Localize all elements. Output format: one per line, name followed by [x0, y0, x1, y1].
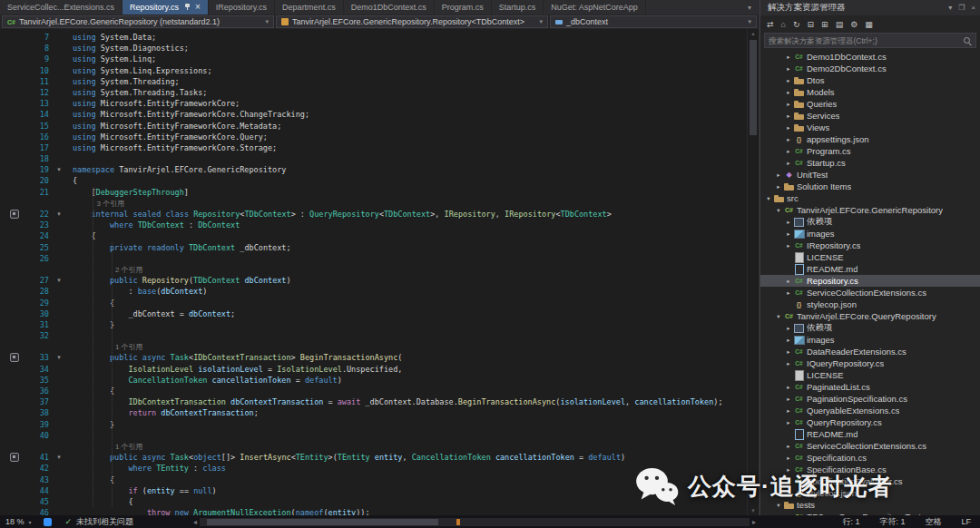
tree-item[interactable]: ▸{}appsettings.json	[760, 133, 980, 145]
tree-item[interactable]: ▸C#IRepository.cs	[760, 240, 980, 251]
chevron-collapsed-icon[interactable]: ▸	[784, 230, 793, 238]
horizontal-scrollbar[interactable]: ◂ ▸	[191, 516, 759, 527]
margin-icon[interactable]	[0, 452, 25, 463]
tab-repository-cs[interactable]: Repository.cs×	[122, 0, 209, 15]
search-input[interactable]	[765, 36, 962, 45]
tree-item[interactable]: ▸◆UnitTest	[760, 169, 980, 181]
chevron-collapsed-icon[interactable]: ▸	[784, 219, 793, 226]
scroll-up-icon[interactable]: ▴	[748, 29, 759, 38]
sync-with-active-document-icon[interactable]: ⇄	[767, 20, 774, 29]
fold-icon[interactable]: ▾	[53, 164, 65, 175]
code-editor[interactable]: 7using System.Data;8using System.Diagnos…	[0, 29, 747, 515]
tree-item[interactable]: ▸Dtos	[760, 74, 980, 86]
fold-icon[interactable]: ▾	[53, 209, 65, 220]
tree-item[interactable]: ▸依赖项	[760, 322, 980, 334]
tree-item[interactable]: ▸C#ServiceCollectionExtensions.cs	[760, 287, 980, 298]
tree-item[interactable]: ▸C#PaginationSpecification.cs	[760, 393, 980, 405]
document-list-icon[interactable]: ▾	[748, 4, 751, 12]
chevron-expanded-icon[interactable]: ▾	[774, 207, 783, 214]
chevron-collapsed-icon[interactable]: ▸	[784, 443, 793, 450]
scroll-left-icon[interactable]: ◂	[191, 518, 200, 526]
tree-item[interactable]: ▸依赖项	[760, 216, 980, 228]
tab-startup-cs[interactable]: Startup.cs	[492, 0, 544, 15]
margin-icon[interactable]	[0, 352, 25, 363]
tree-item[interactable]: ▾src	[760, 192, 980, 204]
margin-icon[interactable]	[0, 209, 25, 220]
chevron-collapsed-icon[interactable]: ▸	[784, 54, 793, 61]
tree-item[interactable]: ▸images	[760, 334, 980, 346]
chevron-collapsed-icon[interactable]: ▸	[784, 289, 793, 297]
indent-indicator[interactable]: 空格	[925, 516, 941, 528]
chevron-collapsed-icon[interactable]: ▸	[784, 112, 793, 120]
options-chevron-icon[interactable]: ▾	[948, 4, 952, 12]
search-icon[interactable]	[962, 35, 973, 46]
vertical-scrollbar[interactable]: ▴ ▾	[747, 29, 759, 515]
properties-icon[interactable]: ⚙	[850, 20, 858, 29]
tree-item[interactable]: ▸C#Startup.cs	[760, 157, 980, 169]
chevron-collapsed-icon[interactable]: ▸	[784, 242, 793, 249]
close-icon[interactable]: ×	[195, 3, 201, 12]
chevron-collapsed-icon[interactable]: ▸	[784, 348, 793, 356]
tab-nuget-aspnetcoreapp[interactable]: NuGet: AspNetCoreApp	[544, 0, 646, 15]
tree-item[interactable]: ▸C#PaginatedList.cs	[760, 381, 980, 393]
tree-item[interactable]: ▸Models	[760, 86, 980, 98]
tree-item[interactable]: ▸C#IQueryRepository.cs	[760, 357, 980, 369]
chevron-collapsed-icon[interactable]: ▸	[774, 183, 783, 191]
tree-item[interactable]: ▸C#ServiceCollectionExtensions.cs	[760, 440, 980, 452]
scrollbar-thumb[interactable]	[750, 40, 757, 135]
chevron-expanded-icon[interactable]: ▾	[764, 195, 773, 202]
tree-item[interactable]: ▸C#Demo2DbContext.cs	[760, 63, 980, 74]
project-dropdown[interactable]: C# TanvirArjel.EFCore.GenericRepository …	[2, 15, 274, 28]
chevron-collapsed-icon[interactable]: ▸	[784, 396, 793, 403]
column-indicator[interactable]: 字符: 1	[879, 516, 905, 528]
tree-item[interactable]: ▸C#Program.cs	[760, 145, 980, 157]
chevron-collapsed-icon[interactable]: ▸	[784, 89, 793, 96]
feedback-icon[interactable]	[44, 518, 52, 526]
chevron-expanded-icon[interactable]: ▾	[774, 313, 783, 320]
chevron-collapsed-icon[interactable]: ▸	[784, 101, 793, 108]
preview-icon[interactable]: ▦	[865, 20, 873, 29]
collapse-all-icon[interactable]: ⊞	[821, 20, 828, 29]
scrollbar-thumb[interactable]	[207, 519, 438, 525]
tree-item[interactable]: ▸Views	[760, 122, 980, 133]
refresh-icon[interactable]: ↻	[793, 20, 800, 29]
tree-item[interactable]: ▸Queries	[760, 98, 980, 110]
nest-files-icon[interactable]: ⊟	[808, 20, 815, 29]
chevron-collapsed-icon[interactable]: ▸	[784, 77, 793, 84]
tab-demo1dbcontext-cs[interactable]: Demo1DbContext.cs	[344, 0, 435, 15]
tree-item[interactable]: ▸C#QueryRepository.cs	[760, 416, 980, 428]
tab-program-cs[interactable]: Program.cs	[435, 0, 492, 15]
fold-icon[interactable]: ▾	[53, 352, 65, 363]
chevron-collapsed-icon[interactable]: ▸	[784, 360, 793, 367]
chevron-collapsed-icon[interactable]: ▸	[784, 124, 793, 132]
close-panel-icon[interactable]: ×	[971, 4, 975, 12]
tab-department-cs[interactable]: Department.cs	[275, 0, 344, 15]
tree-item[interactable]: ▸C#QueryableExtensions.cs	[760, 405, 980, 416]
scrollbar-track[interactable]	[200, 518, 750, 526]
tree-item[interactable]: {}stylecop.json	[760, 298, 980, 310]
chevron-collapsed-icon[interactable]: ▸	[784, 278, 793, 285]
tab-servicecollec-extensions-cs[interactable]: ServiceCollec...Extensions.cs	[0, 0, 122, 15]
tree-item[interactable]: README.md	[760, 428, 980, 440]
chevron-collapsed-icon[interactable]: ▸	[784, 65, 793, 73]
chevron-collapsed-icon[interactable]: ▸	[784, 407, 793, 415]
tab-irepository-cs[interactable]: IRepository.cs	[209, 0, 275, 15]
chevron-collapsed-icon[interactable]: ▸	[784, 337, 793, 344]
tree-item[interactable]: ▾C#TanvirArjel.EFCore.QueryRepository	[760, 310, 980, 322]
tree-item[interactable]: ▸C#DataReaderExtensions.cs	[760, 346, 980, 357]
eol-indicator[interactable]: LF	[961, 517, 971, 526]
chevron-collapsed-icon[interactable]: ▸	[774, 171, 783, 179]
float-panel-icon[interactable]: ❐	[958, 4, 965, 12]
scroll-right-icon[interactable]: ▸	[750, 518, 759, 526]
tree-item[interactable]: ▸Solution Items	[760, 181, 980, 192]
chevron-down-icon[interactable]: ▾	[29, 519, 32, 525]
tree-item[interactable]: LICENSE	[760, 369, 980, 381]
chevron-collapsed-icon[interactable]: ▸	[784, 160, 793, 167]
tree-item[interactable]: ▸Services	[760, 110, 980, 122]
fold-icon[interactable]: ▾	[53, 452, 65, 463]
chevron-collapsed-icon[interactable]: ▸	[784, 136, 793, 143]
fold-icon[interactable]: ▾	[53, 275, 65, 286]
chevron-collapsed-icon[interactable]: ▸	[784, 148, 793, 155]
tree-item[interactable]: LICENSE	[760, 251, 980, 263]
chevron-collapsed-icon[interactable]: ▸	[784, 384, 793, 391]
